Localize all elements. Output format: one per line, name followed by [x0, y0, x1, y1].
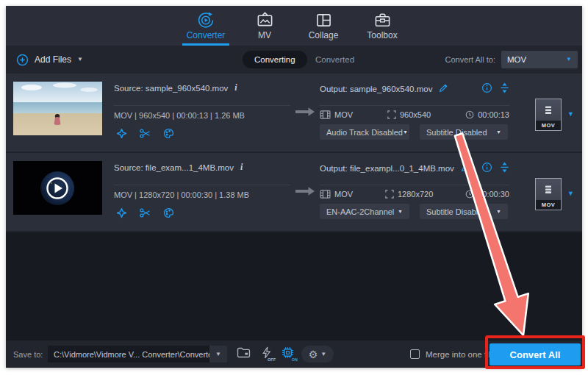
tab-converting[interactable]: Converting [243, 51, 307, 68]
tab-toolbox-label: Toolbox [367, 30, 397, 40]
chevron-down-icon: ▼ [398, 209, 403, 214]
convert-all-to-label: Convert All to: [445, 55, 495, 64]
format-chevron-down-icon[interactable]: ▼ [567, 190, 574, 197]
output-format: MOV [320, 190, 353, 199]
audio-track-dropdown[interactable]: Audio Track Disabled ▼ [320, 124, 409, 140]
output-resolution: 960x540 [387, 110, 431, 119]
resolution-icon [387, 110, 396, 119]
film-strip-icon [536, 179, 561, 200]
save-to-label: Save to: [13, 340, 43, 368]
palette-icon[interactable] [162, 207, 175, 219]
arrow-right-icon [294, 106, 316, 118]
output-dropdowns: EN-AAC-2Channel ▼ Subtitle Disabled ▼ [320, 204, 508, 219]
output-filename: Output: sample_960x540.mov [320, 82, 509, 95]
chevron-down-icon: ▼ [496, 209, 501, 214]
save-path-field[interactable]: C:\Vidmore\Vidmore V... Converter\Conver… [48, 346, 209, 363]
chevron-down-icon: ▼ [566, 57, 572, 63]
hardware-acceleration-button[interactable]: ON [278, 346, 297, 363]
chevron-down-icon[interactable]: ▼ [77, 57, 83, 63]
subtitle-dropdown[interactable]: Subtitle Disabled ▼ [420, 204, 508, 219]
chevron-down-icon: ▼ [320, 352, 326, 357]
top-navigation: Converter MV [6, 6, 582, 46]
info-circle-icon[interactable] [481, 162, 492, 174]
add-files-button[interactable]: Add Files ▼ [16, 46, 83, 74]
tab-collage[interactable]: Collage [297, 6, 350, 46]
output-format-badge[interactable]: MOV [535, 178, 562, 210]
tab-converter-label: Converter [187, 30, 226, 40]
collage-icon [315, 11, 332, 29]
file-row-1: Source: sample_960x540.mov i MOV | 960x5… [6, 74, 582, 153]
convert-all-to-value: MOV [507, 55, 526, 64]
tab-mv[interactable]: MV [238, 6, 291, 46]
mv-icon [256, 11, 273, 29]
output-filename: Output: file_exampl...0_1_4MB.mov [320, 162, 509, 174]
divider [320, 185, 509, 185]
tab-converter[interactable]: Converter [179, 6, 232, 46]
clock-icon [465, 110, 474, 119]
subtitle-dropdown[interactable]: Subtitle Disabled ▼ [420, 124, 508, 140]
converter-icon [197, 11, 215, 29]
chevron-down-icon: ▼ [496, 129, 501, 135]
bottom-bar: Save to: C:\Vidmore\Vidmore V... Convert… [6, 340, 582, 368]
divider [114, 105, 290, 106]
output-dropdowns: Audio Track Disabled ▼ Subtitle Disabled… [320, 124, 508, 140]
save-path-dropdown-button[interactable]: ▼ [209, 346, 227, 363]
output-metadata: MOV 960x540 00:00: [320, 110, 509, 119]
open-folder-button[interactable] [234, 346, 253, 363]
on-label: ON [292, 357, 298, 362]
source-metadata: MOV | 1280x720 | 00:00:30 | 1.38 MB [114, 190, 249, 199]
clock-icon [465, 190, 474, 199]
file-list: Source: sample_960x540.mov i MOV | 960x5… [6, 74, 582, 232]
output-duration: 00:00:30 [465, 190, 509, 199]
plus-circle-icon [16, 54, 29, 66]
tab-toolbox[interactable]: Toolbox [356, 6, 409, 46]
edit-tools [115, 127, 175, 140]
film-icon [320, 110, 331, 119]
settings-button[interactable]: ⚙ ▼ [301, 346, 334, 363]
file-row-2: Source: file_exam...1_4MB.mov i MOV | 12… [6, 153, 582, 232]
tab-mv-label: MV [258, 30, 271, 40]
toolbox-icon [373, 11, 391, 29]
output-resolution: 1280x720 [385, 190, 433, 199]
source-filename: Source: sample_960x540.mov i [114, 82, 237, 93]
info-icon[interactable]: i [240, 162, 243, 173]
video-thumbnail-beach[interactable] [13, 82, 102, 135]
file-toolbar: Add Files ▼ Converting Converted Convert… [6, 46, 582, 74]
pencil-icon[interactable] [460, 163, 470, 174]
swap-vertical-icon[interactable] [500, 82, 509, 95]
info-circle-icon[interactable] [481, 82, 492, 95]
merge-group: Merge into one file [410, 340, 495, 368]
palette-icon[interactable] [162, 127, 175, 140]
chevron-down-icon: ▼ [215, 352, 221, 357]
pencil-icon[interactable] [438, 83, 448, 95]
source-metadata: MOV | 960x540 | 00:00:13 | 1.26 MB [114, 111, 245, 120]
convert-all-to-select[interactable]: MOV ▼ [501, 51, 578, 68]
folder-icon [237, 347, 251, 361]
output-metadata: MOV 1280x720 00:00 [320, 190, 509, 199]
output-duration: 00:00:13 [465, 110, 509, 119]
scissors-icon[interactable] [139, 207, 151, 219]
app-window: Converter MV [6, 6, 582, 368]
info-icon[interactable]: i [234, 82, 237, 93]
star-edit-icon[interactable] [115, 207, 128, 219]
audio-track-dropdown[interactable]: EN-AAC-2Channel ▼ [320, 204, 409, 219]
tab-converted[interactable]: Converted [315, 51, 354, 68]
gear-icon: ⚙ [309, 349, 318, 360]
divider [320, 105, 509, 106]
convert-all-button[interactable]: Convert All [490, 343, 581, 365]
film-strip-icon [536, 99, 561, 121]
video-thumbnail-planet[interactable] [13, 161, 102, 215]
star-edit-icon[interactable] [115, 127, 128, 140]
merge-checkbox[interactable] [410, 349, 420, 359]
scissors-icon[interactable] [139, 127, 151, 140]
output-format-badge[interactable]: MOV [535, 99, 562, 131]
edit-tools [115, 207, 175, 219]
swap-vertical-icon[interactable] [500, 162, 509, 174]
convert-all-to-group: Convert All to: MOV ▼ [445, 46, 578, 74]
resolution-icon [385, 190, 394, 199]
off-label: OFF [268, 357, 276, 362]
lightning-off-button[interactable]: OFF [257, 346, 275, 363]
format-chevron-down-icon[interactable]: ▼ [567, 110, 574, 118]
merge-label: Merge into one file [426, 350, 495, 359]
divider [114, 185, 290, 185]
